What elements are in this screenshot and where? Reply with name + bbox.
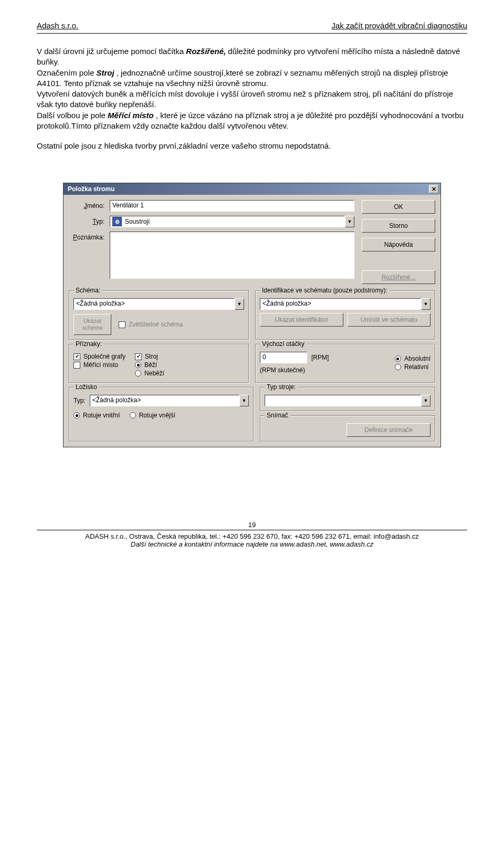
body-text: V další úrovni již určujeme pomocí tlačí…	[37, 46, 467, 151]
radio-relativni[interactable]: Relativní	[395, 363, 430, 371]
p1b: Rozšířené,	[186, 47, 226, 56]
ok-button[interactable]: OK	[362, 200, 435, 214]
checkbox-icon	[74, 362, 80, 369]
chevron-down-icon[interactable]: ▼	[235, 298, 244, 310]
checkbox-zvetsitelne: Zvětšitelné schéma	[119, 321, 183, 328]
chevron-down-icon[interactable]: ▼	[421, 298, 430, 310]
dialog-title: Položka stromu	[68, 185, 114, 193]
p5: Ostatní pole jsou z hlediska tvorby prvn…	[37, 141, 467, 151]
checkbox-icon	[119, 321, 125, 328]
group-lozisko: Ložisko Typ: <Žádná položka> ▼ Rotuje	[69, 387, 254, 442]
radio-icon	[135, 362, 141, 368]
radio-rotuje-vnejsi[interactable]: Rotuje vnější	[130, 412, 175, 419]
group-vychozi-otacky: Výchozí otáčky 0 [RPM] (RPM skutečné)	[255, 344, 435, 383]
combo-typstroje-value	[265, 395, 421, 406]
label-rpm-skutecne: (RPM skutečné)	[260, 366, 390, 374]
p1a: V další úrovni již určujeme pomocí tlačí…	[37, 47, 186, 56]
radio-icon	[395, 355, 401, 362]
storno-button[interactable]: Storno	[362, 219, 435, 233]
chevron-down-icon[interactable]: ▼	[421, 395, 430, 406]
ukazat-schema-button: Ukázat schéma	[74, 314, 111, 335]
group-snimac: Snímač Definice snímače	[260, 415, 435, 442]
page-header: Adash s.r.o. Jak začít provádět vibrační…	[37, 21, 467, 30]
legend-schema: Schéma:	[74, 287, 102, 294]
header-rule	[37, 33, 467, 34]
chevron-down-icon[interactable]: ▼	[345, 216, 354, 227]
legend-priznaky: Příznaky:	[74, 340, 104, 348]
group-schema: Schéma: <Žádná položka> ▼ Ukázat schéma	[69, 290, 249, 340]
legend-otacky: Výchozí otáčky	[260, 340, 307, 348]
combo-typ-value: Soustrojí	[125, 218, 150, 225]
textarea-poznamka[interactable]	[110, 232, 354, 279]
label-lozisko-typ: Typ:	[74, 397, 86, 404]
combo-schema-value: <Žádná položka>	[74, 298, 235, 310]
radio-icon	[395, 364, 401, 370]
input-jmeno[interactable]: Ventilátor 1	[110, 200, 354, 212]
checkbox-icon: ✔	[135, 353, 142, 360]
umistit-schema-button: Umístit ve schématu	[348, 313, 431, 327]
footer-line1: ADASH s.r.o., Ostrava, Česká republika, …	[37, 532, 467, 540]
label-poznamka: Poznámka:	[69, 232, 110, 241]
checkbox-spolecne-grafy[interactable]: ✔ Společné grafy	[74, 353, 125, 360]
group-priznaky: Příznaky: ✔ Společné grafy Měřící místo	[69, 344, 249, 383]
label-jmeno: Jméno:	[69, 200, 110, 209]
radio-icon	[130, 412, 136, 418]
legend-typstroje: Typ stroje:	[265, 383, 298, 391]
p4a: Další volbou je pole	[37, 111, 108, 120]
ukazat-identifikator-button: Ukázat identifikátor	[260, 313, 343, 327]
group-identifikace: Identifikace ve schématu (pouze podstrom…	[255, 290, 435, 340]
p2b: Stroj	[96, 68, 114, 77]
legend-identifikace: Identifikace ve schématu (pouze podstrom…	[260, 287, 390, 294]
label-typ: Typ:	[69, 216, 110, 225]
footer-line2: Další technické a kontaktní informace na…	[37, 540, 467, 548]
header-left: Adash s.r.o.	[37, 21, 78, 30]
radio-icon	[74, 412, 80, 418]
combo-lozisko-value: <Žádná položka>	[90, 395, 239, 406]
p3: Vytvoření datových buněk a měřících míst…	[37, 89, 467, 110]
radio-bezi[interactable]: Běží	[135, 361, 164, 369]
legend-lozisko: Ložisko	[74, 383, 99, 391]
radio-absolutni[interactable]: Absolutní	[395, 355, 430, 362]
group-typ-stroje: Typ stroje: ▼	[260, 387, 435, 411]
footer-rule	[37, 530, 467, 530]
p4b: Měřící místo	[108, 111, 154, 120]
radio-rotuje-vnitrni[interactable]: Rotuje vnitřní	[74, 412, 120, 419]
input-rpm[interactable]: 0	[260, 352, 307, 363]
checkbox-stroj[interactable]: ✔ Stroj	[135, 353, 164, 360]
page-number: 19	[37, 521, 467, 529]
combo-lozisko-typ[interactable]: <Žádná položka> ▼	[90, 395, 249, 406]
combo-schema[interactable]: <Žádná položka> ▼	[74, 298, 244, 310]
p2a: Označením pole	[37, 68, 96, 77]
label-rpm-unit: [RPM]	[311, 354, 329, 361]
dialog-titlebar[interactable]: Položka stromu ✕	[64, 183, 440, 195]
napoveda-button[interactable]: Nápověda	[362, 238, 435, 251]
soustroji-icon: ⚙	[112, 217, 122, 226]
page-footer: 19 ADASH s.r.o., Ostrava, Česká republik…	[37, 521, 467, 548]
combo-identifikace[interactable]: <Žádná položka> ▼	[260, 298, 430, 310]
definice-snimace-button: Definice snímače	[346, 423, 430, 437]
chevron-down-icon[interactable]: ▼	[239, 395, 249, 406]
rozsirene-button[interactable]: Rozšířené...	[362, 270, 435, 284]
radio-icon	[135, 370, 141, 376]
header-right: Jak začít provádět vibrační diagnostiku	[332, 21, 467, 30]
checkbox-merici-misto[interactable]: Měřící místo	[74, 361, 125, 369]
combo-identifikace-value: <Žádná položka>	[260, 298, 421, 310]
legend-snimac: Snímač	[265, 412, 290, 419]
close-button[interactable]: ✕	[429, 185, 438, 193]
combo-typ[interactable]: ⚙ Soustrojí ▼	[110, 216, 354, 227]
radio-nebezi[interactable]: Neběží	[135, 370, 164, 377]
dialog-polozka-stromu: Položka stromu ✕ Jméno: Ventilátor 1 Typ…	[63, 183, 441, 447]
combo-typstroje[interactable]: ▼	[265, 395, 430, 406]
checkbox-icon: ✔	[74, 353, 80, 360]
